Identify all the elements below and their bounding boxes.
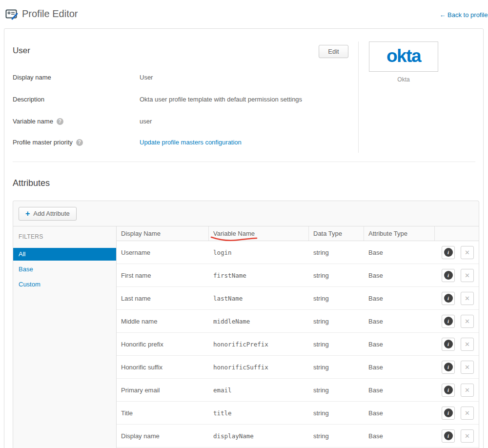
- header-variable-name-text: Variable Name: [213, 230, 255, 237]
- table-row: TitletitlestringBasei✕: [117, 402, 479, 425]
- info-button[interactable]: i: [442, 384, 455, 397]
- delete-attribute-button[interactable]: ✕: [461, 407, 474, 420]
- cell-variable-name: honorificPrefix: [209, 341, 309, 348]
- field-label: Description: [13, 96, 44, 103]
- update-profile-masters-link[interactable]: Update profile masters configuration: [140, 139, 242, 146]
- cell-variable-name: email: [209, 387, 309, 394]
- info-button[interactable]: i: [442, 246, 455, 259]
- cell-attribute-type: Base: [364, 249, 435, 256]
- info-icon: i: [444, 386, 453, 394]
- table-row: Middle namemiddleNamestringBasei✕: [117, 310, 479, 333]
- cell-attribute-type: Base: [364, 432, 435, 440]
- cell-variable-name: firstName: [209, 272, 309, 279]
- okta-logo: okta: [386, 47, 421, 67]
- add-attribute-button[interactable]: + Add Attribute: [19, 207, 77, 221]
- okta-logo-caption: Okta: [369, 76, 438, 83]
- info-icon: i: [444, 408, 453, 417]
- filters-label: FILTERS: [13, 226, 116, 248]
- table-row: Last namelastNamestringBasei✕: [117, 287, 479, 310]
- cell-variable-name: displayName: [209, 432, 309, 440]
- delete-attribute-button[interactable]: ✕: [461, 361, 474, 374]
- cell-display-name: Honorific suffix: [117, 364, 209, 371]
- cell-attribute-type: Base: [364, 387, 435, 394]
- field-variable-name: Variable name ? user: [13, 118, 63, 126]
- cell-actions: i✕: [435, 429, 479, 443]
- info-icon: i: [444, 431, 453, 440]
- cell-actions: i✕: [435, 384, 479, 397]
- attributes-toolbar: + Add Attribute: [13, 201, 479, 226]
- filter-item-all[interactable]: All: [13, 248, 116, 261]
- info-button[interactable]: i: [442, 315, 455, 328]
- close-icon: ✕: [465, 341, 470, 347]
- cell-data-type: string: [309, 409, 364, 417]
- cell-data-type: string: [309, 341, 364, 348]
- close-icon: ✕: [465, 387, 470, 393]
- info-button[interactable]: i: [442, 361, 455, 374]
- info-button[interactable]: i: [442, 269, 455, 282]
- user-section-title: User: [13, 46, 30, 56]
- cell-data-type: string: [309, 295, 364, 302]
- delete-attribute-button[interactable]: ✕: [461, 269, 474, 282]
- cell-data-type: string: [309, 249, 364, 256]
- filters-sidebar: FILTERS All Base Custom: [13, 226, 116, 448]
- profile-editor-page: Profile Editor ← Back to profiles User E…: [0, 0, 488, 448]
- delete-attribute-button[interactable]: ✕: [461, 338, 474, 351]
- filter-item-base[interactable]: Base: [13, 263, 116, 276]
- table-row: First namefirstNamestringBasei✕: [117, 264, 479, 287]
- attributes-panel-body: FILTERS All Base Custom Display Name Var…: [13, 226, 479, 448]
- cell-data-type: string: [309, 432, 364, 440]
- vertical-divider: [358, 41, 359, 153]
- delete-attribute-button[interactable]: ✕: [461, 315, 474, 328]
- header-display-name: Display Name: [117, 226, 209, 241]
- cell-display-name: Honorific prefix: [117, 341, 209, 348]
- field-label: Display name: [13, 74, 51, 81]
- cell-attribute-type: Base: [364, 341, 435, 348]
- info-button[interactable]: i: [442, 407, 455, 420]
- cell-display-name: Display name: [117, 432, 209, 440]
- delete-attribute-button[interactable]: ✕: [461, 246, 474, 259]
- close-icon: ✕: [465, 249, 470, 256]
- header-actions: [435, 226, 479, 241]
- help-icon[interactable]: ?: [76, 139, 83, 146]
- back-to-profiles-link[interactable]: ← Back to profiles: [440, 11, 488, 19]
- help-icon[interactable]: ?: [57, 118, 63, 125]
- cell-display-name: Middle name: [117, 318, 209, 325]
- attributes-panel: + Add Attribute FILTERS All Base Custom …: [13, 201, 479, 448]
- field-profile-master-priority: Profile master priority ? Update profile…: [13, 139, 83, 147]
- cell-attribute-type: Base: [364, 364, 435, 371]
- page-title: Profile Editor: [22, 8, 78, 20]
- info-button[interactable]: i: [442, 292, 455, 305]
- cell-actions: i✕: [435, 361, 479, 374]
- close-icon: ✕: [465, 364, 470, 370]
- header-data-type: Data Type: [309, 226, 364, 241]
- add-attribute-label: Add Attribute: [33, 210, 69, 217]
- attributes-table: Display Name Variable Name Data Type Att…: [116, 226, 479, 448]
- cell-display-name: First name: [117, 272, 209, 279]
- delete-attribute-button[interactable]: ✕: [461, 384, 474, 397]
- profile-editor-icon: [5, 9, 19, 21]
- field-display-name: Display name User: [13, 74, 51, 82]
- cell-actions: i✕: [435, 315, 479, 328]
- field-value: User: [140, 74, 153, 81]
- cell-attribute-type: Base: [364, 318, 435, 325]
- page-header: Profile Editor ← Back to profiles: [0, 0, 488, 28]
- attributes-table-header: Display Name Variable Name Data Type Att…: [117, 226, 479, 241]
- field-description: Description Okta user profile template w…: [13, 96, 44, 104]
- info-icon: i: [444, 294, 453, 303]
- table-row: Honorific suffixhonorificSuffixstringBas…: [117, 356, 479, 379]
- delete-attribute-button[interactable]: ✕: [461, 292, 474, 305]
- cell-variable-name: honorificSuffix: [209, 364, 309, 371]
- info-button[interactable]: i: [442, 338, 455, 351]
- cell-variable-name: lastName: [209, 295, 309, 302]
- table-row: Primary emailemailstringBasei✕: [117, 379, 479, 402]
- info-icon: i: [444, 363, 453, 371]
- info-icon: i: [444, 340, 453, 348]
- cell-data-type: string: [309, 364, 364, 371]
- info-button[interactable]: i: [442, 429, 455, 443]
- edit-button[interactable]: Edit: [319, 45, 348, 58]
- delete-attribute-button[interactable]: ✕: [461, 429, 474, 443]
- table-row: Display namedisplayNamestringBasei✕: [117, 425, 479, 448]
- field-value: Okta user profile template with default …: [140, 96, 302, 103]
- field-label: Profile master priority ?: [13, 139, 83, 146]
- filter-item-custom[interactable]: Custom: [13, 278, 116, 291]
